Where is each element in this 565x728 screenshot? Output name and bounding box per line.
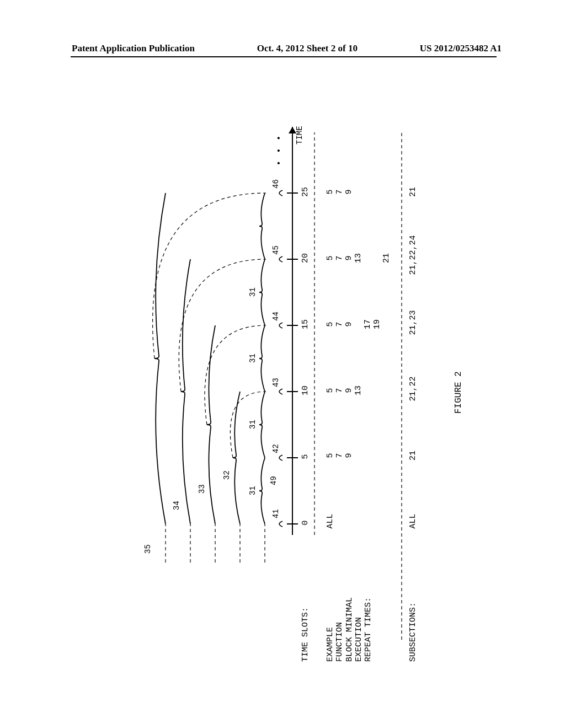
ref-31a: 31 [248, 486, 257, 495]
fb-t10-0: 5 [326, 383, 335, 398]
time-slot-0: 0 [301, 517, 310, 528]
time-slot-3: 15 [301, 317, 310, 332]
fb-t25-1: 7 [335, 184, 344, 200]
fb-t25-0: 5 [326, 184, 335, 200]
ref-31b: 31 [248, 420, 257, 429]
fb-t20-0: 5 [326, 250, 335, 266]
header-rule [71, 56, 497, 57]
ref-46: 46 [271, 179, 280, 189]
function-block-label: EXAMPLE FUNCTION BLOCK MINIMAL EXECUTION… [326, 552, 373, 662]
fb-t5-1: 7 [335, 448, 344, 463]
fb-t20-3: 13 [354, 250, 363, 266]
ref-31d: 31 [248, 287, 257, 297]
sub-t20: 21,22,24 [408, 229, 418, 281]
fb-t15-1: 7 [335, 317, 344, 332]
figure-container: 35 34 33 32 31 31 31 31 41 42 43 44 45 4… [88, 165, 475, 596]
continuation-dots: • • • [275, 134, 284, 165]
ref-34: 34 [172, 501, 181, 510]
time-slot-1: 5 [301, 451, 310, 462]
ref-41: 41 [271, 509, 280, 518]
sub-t15: 21,23 [408, 303, 418, 342]
ref-49: 49 [269, 476, 278, 485]
sub-t5: 21 [408, 443, 418, 468]
fb-t20-1: 7 [335, 250, 344, 266]
time-slots-label: TIME SLOTS: [301, 552, 310, 662]
time-slot-2: 10 [301, 383, 310, 398]
time-slot-5: 25 [301, 184, 310, 200]
sub-t25: 21 [408, 180, 418, 204]
ref-43: 43 [271, 378, 280, 387]
fb-t20-6: 21 [382, 250, 391, 266]
ref-33: 33 [198, 484, 206, 494]
subsections-label: SUBSECTIONS: [408, 552, 418, 662]
fb-t25-2: 9 [344, 184, 354, 200]
sub-t0: ALL [408, 505, 418, 538]
fb-t10-2: 9 [344, 383, 354, 398]
time-axis-label: TIME [295, 126, 304, 144]
diagram: 35 34 33 32 31 31 31 31 41 42 43 44 45 4… [110, 110, 452, 651]
figure-caption: FIGURE 2 [454, 371, 463, 414]
time-slot-4: 20 [301, 250, 310, 266]
fb-t15-4: 17 [363, 317, 372, 332]
fb-t5-0: 5 [326, 448, 335, 463]
fb-t15-5: 19 [372, 317, 382, 332]
ref-42: 42 [271, 444, 280, 453]
sub-t10: 21,22 [408, 370, 418, 408]
fb-t5-2: 9 [344, 448, 354, 463]
header-right: US 2012/0253482 A1 [420, 43, 502, 54]
fb-t15-0: 5 [326, 317, 335, 332]
ref-44: 44 [271, 312, 280, 321]
fb-t0-0: ALL [326, 507, 335, 535]
ref-45: 45 [271, 245, 280, 255]
fb-t10-1: 7 [335, 383, 344, 398]
ref-31c: 31 [248, 354, 257, 363]
fb-t15-2: 9 [344, 317, 354, 332]
header-center: Oct. 4, 2012 Sheet 2 of 10 [257, 43, 358, 54]
brace-diagram [110, 110, 452, 651]
ref-35: 35 [143, 544, 152, 554]
ref-32: 32 [222, 470, 231, 480]
fb-t20-2: 9 [344, 250, 354, 266]
fb-t10-3: 13 [354, 383, 363, 398]
page-header: Patent Application Publication Oct. 4, 2… [0, 43, 565, 54]
header-left: Patent Application Publication [72, 43, 195, 54]
